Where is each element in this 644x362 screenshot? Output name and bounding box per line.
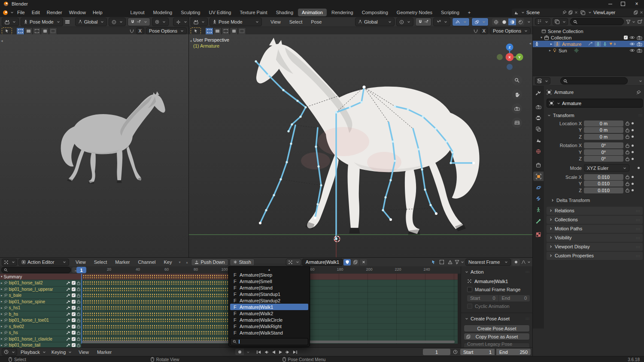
channel-enable-checkbox[interactable]: ✓	[72, 325, 76, 329]
lock-icon[interactable]	[77, 287, 80, 291]
action-name-field[interactable]: Armature|Walk1	[302, 259, 343, 266]
lock-icon[interactable]	[626, 188, 629, 193]
menu-select[interactable]: Select	[91, 259, 111, 265]
channel-enable-checkbox[interactable]: ✓	[72, 331, 76, 335]
menu-select[interactable]: Select	[286, 19, 306, 24]
new-action-button[interactable]	[352, 259, 359, 265]
menu-view[interactable]: View	[75, 350, 92, 355]
tab-texture[interactable]	[533, 230, 544, 239]
lock-icon[interactable]	[77, 312, 80, 316]
tab-rendering[interactable]: Rendering	[328, 9, 357, 16]
cyclic-animation-checkbox[interactable]	[467, 304, 472, 309]
snapping-button[interactable]	[128, 18, 150, 26]
start-frame-field[interactable]: Start0	[467, 295, 498, 302]
shading-rendered-button[interactable]	[516, 18, 524, 25]
animate-dot[interactable]	[632, 158, 634, 160]
tab-modeling[interactable]: Modeling	[149, 9, 176, 16]
display-mode-button[interactable]	[535, 18, 550, 25]
editor-type-button[interactable]	[2, 348, 17, 356]
editor-mode-dropdown[interactable]: Action Editor	[18, 259, 69, 266]
select-mode-box[interactable]	[213, 27, 222, 35]
hamburger-menu-icon[interactable]	[65, 20, 70, 24]
next-keyframe-button[interactable]	[285, 349, 291, 355]
tab-compositing[interactable]: Compositing	[358, 9, 392, 16]
expand-arrow[interactable]: ▾	[541, 36, 542, 39]
dropdown-item[interactable]: FArmature|Stand	[230, 284, 308, 291]
browse-action-button[interactable]	[286, 259, 301, 266]
push-down-button[interactable]: Push Down	[191, 259, 228, 266]
play-reverse-button[interactable]	[270, 349, 276, 355]
channel-search-field[interactable]	[1, 267, 71, 273]
tab-tool[interactable]	[533, 88, 544, 98]
manual-frame-range-checkbox[interactable]	[467, 287, 472, 292]
modifier-wrench-icon[interactable]	[67, 343, 70, 347]
lock-icon[interactable]	[626, 181, 629, 186]
move-down-icon[interactable]: ▾	[176, 260, 182, 264]
current-frame-field[interactable]: 1	[423, 349, 450, 355]
viewport-left-canvas[interactable]: ◂	[0, 34, 188, 257]
expand-icon[interactable]: ▸	[1, 331, 3, 335]
tab-view-layer[interactable]	[533, 124, 544, 134]
eye-icon[interactable]	[629, 42, 635, 46]
pan-button[interactable]	[512, 89, 522, 100]
pose-options-dropdown[interactable]: Pose Options	[490, 27, 531, 34]
section-visibility[interactable]: Visibility:::	[547, 234, 643, 242]
snapping-button[interactable]	[415, 18, 431, 26]
jump-to-start-button[interactable]	[255, 349, 262, 355]
pin-icon[interactable]	[4, 312, 8, 316]
outliner-search-field[interactable]	[570, 18, 624, 25]
orientation-selector[interactable]: Global	[75, 18, 107, 26]
pivot-point-button[interactable]	[396, 18, 413, 26]
new-viewlayer-icon[interactable]	[634, 10, 638, 15]
ortho-toggle-button[interactable]	[512, 118, 522, 128]
playback-menu[interactable]: Playback	[18, 350, 48, 355]
transform-mirror-icon[interactable]	[129, 29, 134, 33]
object-name-field[interactable]: Armature	[547, 99, 643, 108]
breadcrumb-object[interactable]: Armature	[554, 90, 634, 95]
section-collections[interactable]: Collections:::	[547, 216, 643, 224]
modifier-wrench-icon[interactable]	[67, 293, 70, 297]
editor-type-button[interactable]	[535, 77, 550, 84]
modifier-wrench-icon[interactable]	[67, 281, 70, 285]
eye-icon[interactable]	[629, 48, 635, 52]
channel-row[interactable]: ▸bip01_horse_l_upperar✓	[0, 287, 81, 293]
blender-menu-button[interactable]	[3, 10, 14, 15]
tab-texture-paint[interactable]: Texture Paint	[236, 9, 271, 16]
rot-x-field[interactable]: 0°	[584, 142, 623, 148]
lock-icon[interactable]	[77, 306, 80, 310]
collection-checkbox[interactable]: ✓	[624, 36, 628, 39]
expand-arrow[interactable]: ▸	[549, 48, 551, 52]
end-frame-field[interactable]: End250	[496, 349, 531, 355]
loc-x-field[interactable]: 0 m	[584, 121, 623, 127]
dropdown-item[interactable]: FArmature|WalkRight	[230, 323, 308, 329]
scale-y-field[interactable]: 0.010	[584, 181, 623, 187]
editor-type-button[interactable]	[191, 18, 208, 26]
playhead-line[interactable]	[81, 274, 82, 344]
tab-scripting[interactable]: Scripting	[437, 9, 463, 16]
editor-type-button[interactable]	[2, 259, 17, 266]
use-preview-range-icon[interactable]	[453, 350, 458, 354]
channel-row[interactable]: ▸bip01_horse_spine✓	[0, 299, 81, 305]
select-mode-box[interactable]	[24, 27, 33, 35]
menu-file[interactable]: File	[14, 10, 28, 15]
prev-keyframe-button[interactable]	[263, 349, 269, 355]
pin-icon[interactable]	[4, 325, 8, 329]
rotation-mode-dropdown[interactable]: XYZ Euler	[584, 164, 629, 172]
menu-window[interactable]: Window	[66, 10, 89, 15]
orientation-selector[interactable]: Global	[355, 18, 395, 26]
rot-z-field[interactable]: 0°	[584, 156, 623, 162]
menu-view[interactable]: View	[267, 19, 284, 24]
tab-object[interactable]	[533, 172, 544, 181]
lock-icon[interactable]	[77, 324, 80, 329]
start-frame-field[interactable]: Start1	[460, 349, 495, 355]
section-relations[interactable]: Relations:::	[547, 207, 643, 215]
select-mode-lasso[interactable]	[230, 27, 238, 35]
modifier-wrench-icon[interactable]	[67, 306, 70, 310]
active-tool-icon[interactable]	[2, 27, 12, 35]
pin-icon[interactable]	[4, 281, 8, 285]
zoom-button[interactable]	[512, 75, 522, 85]
modifier-wrench-icon[interactable]	[67, 287, 70, 291]
animate-dot[interactable]	[632, 136, 634, 138]
select-mode-paint[interactable]	[49, 27, 57, 35]
modifier-wrench-icon[interactable]	[67, 331, 70, 335]
